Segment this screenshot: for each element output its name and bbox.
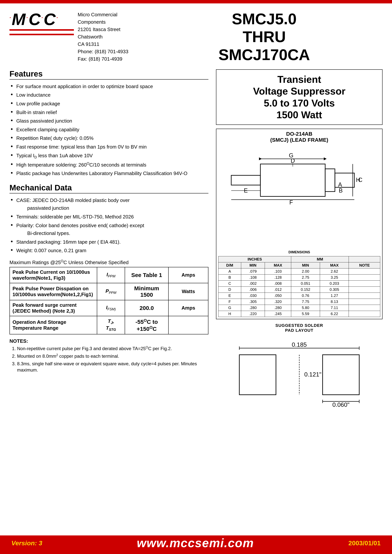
svg-rect-0 [260, 164, 325, 196]
version-label: Version: 3 [11, 540, 42, 547]
tvs-title: TransientVoltage Suppressor5.0 to 170 Vo… [220, 74, 378, 121]
dimensions-header: DIMENSIONS [218, 250, 380, 254]
table-row: D.006.0120.1520.305 [218, 287, 380, 293]
two-column-layout: Features For surface mount application i… [9, 69, 383, 408]
svg-rect-2 [325, 169, 335, 192]
row-unit [168, 316, 208, 334]
package-diagram-box: DO-214AB(SMCJ) (LEAD FRAME) G [216, 129, 383, 319]
list-item: High temperature soldering: 260OC/10 sec… [9, 161, 208, 169]
footer-date: 2003/01/01 [348, 540, 381, 547]
row-symbol: IFSM) [97, 300, 125, 316]
row-label: Peak Pulse Power Disspation on 10/1000us… [10, 283, 97, 300]
svg-rect-17 [239, 355, 276, 395]
list-item: Typical ID less than 1uA above 10V [9, 152, 208, 160]
list-item: Built-in strain relief [9, 109, 208, 117]
row-symbol: PPPM [97, 283, 125, 300]
dim-inches-header: INCHES [218, 256, 291, 262]
solder-pad-svg: 0.185 0.121" 0.060" [233, 335, 366, 408]
company-info: Micro Commercial Components 21201 Itasca… [74, 9, 146, 63]
list-item: Polarity: Color band denotes positive en… [9, 222, 208, 237]
company-phone: Phone: (818) 701-4933 [78, 48, 146, 55]
list-item: Weight: 0.007 ounce, 0.21 gram [9, 247, 208, 255]
col-min: MIN [241, 262, 265, 268]
svg-rect-18 [323, 355, 359, 395]
row-label: Operation And Storage Temperature Range [10, 316, 97, 334]
right-column: TransientVoltage Suppressor5.0 to 170 Vo… [216, 69, 383, 408]
svg-text:B: B [339, 187, 343, 194]
list-item: Low profile package [9, 100, 208, 108]
bottom-red-bar [0, 551, 392, 554]
features-title: Features [9, 69, 208, 80]
dim-mm-header: MM [291, 256, 349, 262]
list-item: 8.3ms, single half sine-wave or equivale… [17, 361, 208, 373]
row-value: See Table 1 [125, 267, 169, 283]
mechanical-section: Mechanical Data CASE: JEDEC DO-214AB mol… [9, 183, 208, 255]
footer-strip: Version: 3 www.mccsemi.com 2003/01/01 [0, 535, 392, 551]
list-item: Mounted on 8.0mm2 copper pads to each te… [17, 353, 208, 359]
svg-text:0.060": 0.060" [332, 401, 349, 408]
header-area: ·M·C·C· Micro Commercial Components 2120… [9, 9, 383, 64]
list-item: Low inductance [9, 91, 208, 99]
table-row: H.220.2455.596.22 [218, 311, 380, 317]
company-address1: 21201 Itasca Street Chatsworth [78, 26, 146, 41]
list-item: Excellent clamping capability [9, 126, 208, 134]
table-row: Peak forward surge current (JEDEC Method… [10, 300, 208, 316]
logo-section: ·M·C·C· [9, 9, 74, 37]
ratings-table: Peak Pulse Current on 10/1000us waveform… [9, 267, 208, 334]
website-url: www.mccsemi.com [137, 536, 254, 550]
list-item: Glass passivated junction [9, 117, 208, 125]
list-item: For surface mount application in order t… [9, 83, 208, 91]
max-ratings-title: Maximum Ratings @25OC Unless Otherwise S… [9, 259, 208, 266]
row-unit: Watts [168, 283, 208, 300]
svg-text:0.121": 0.121" [304, 371, 321, 378]
solder-pad-title: SUGGESTED SOLDERPAD LAYOUT [216, 323, 383, 333]
dimensions-table: INCHES MM D/M MIN MAX MIN MAX NOTE [218, 256, 380, 317]
row-unit: Amps [168, 300, 208, 316]
features-list: For surface mount application in order t… [9, 83, 208, 177]
company-fax: Fax: (818) 701-4939 [78, 55, 146, 63]
solder-pad-section: SUGGESTED SOLDERPAD LAYOUT 0.185 0.121" [216, 323, 383, 408]
row-value: 200.0 [125, 300, 169, 316]
table-row: Operation And Storage Temperature Range … [10, 316, 208, 334]
list-item: Terminals: solderable per MIL-STD-750, M… [9, 213, 208, 221]
left-column: Features For surface mount application i… [9, 69, 208, 408]
dim-note-header [349, 256, 380, 262]
svg-text:D: D [291, 157, 295, 164]
svg-rect-3 [335, 173, 355, 187]
svg-text:C: C [358, 177, 363, 183]
table-row: G.280.2805.807.11 [218, 305, 380, 311]
part-number-title: SMCJ5.0THRUSMCJ170CA [146, 9, 383, 64]
table-row: Peak Pulse Power Disspation on 10/1000us… [10, 283, 208, 300]
table-row: A.079.1032.002.62 [218, 268, 380, 274]
row-symbol: TJ,TSTG [97, 316, 125, 334]
notes-section: NOTES: Non-repetitive current pulse per … [9, 338, 208, 373]
row-value: Minimum1500 [125, 283, 169, 300]
list-item: Fast response time: typical less than 1p… [9, 143, 208, 151]
company-address2: CA 91311 [78, 41, 146, 48]
svg-rect-1 [231, 175, 260, 185]
svg-text:F: F [289, 199, 293, 206]
list-item: CASE: JEDEC DO-214AB molded plastic body… [9, 196, 208, 212]
svg-text:A: A [338, 182, 342, 188]
col-min-mm: MIN [291, 262, 320, 268]
notes-list: Non-repetitive current pulse per Fig.3 a… [9, 345, 208, 373]
table-row: E.030.0500.761.27 [218, 293, 380, 299]
mechanical-title: Mechanical Data [9, 183, 208, 193]
list-item: Plastic package has Underwrites Laborato… [9, 169, 208, 177]
list-item: Repetition Rate( duty cycle): 0.05% [9, 134, 208, 142]
mechanical-list: CASE: JEDEC DO-214AB molded plastic body… [9, 196, 208, 255]
row-label: Peak Pulse Current on 10/1000us waveform… [10, 267, 97, 283]
col-dm: D/M [218, 262, 241, 268]
company-name: Micro Commercial Components [78, 11, 146, 26]
col-max-mm: MAX [320, 262, 349, 268]
table-row: Peak Pulse Current on 10/1000us waveform… [10, 267, 208, 283]
notes-title: NOTES: [9, 338, 208, 344]
logo-bottom-bar [9, 34, 74, 35]
logo: ·M·C·C· [9, 11, 59, 28]
list-item: Non-repetitive current pulse per Fig.3 a… [17, 345, 208, 352]
top-red-bar [0, 0, 392, 3]
row-value: -55OC to+150OC [125, 316, 169, 334]
table-row: F.305.3207.758.13 [218, 299, 380, 305]
logo-top-bar [9, 29, 74, 31]
table-row: C.002.0080.0510.203 [218, 281, 380, 287]
